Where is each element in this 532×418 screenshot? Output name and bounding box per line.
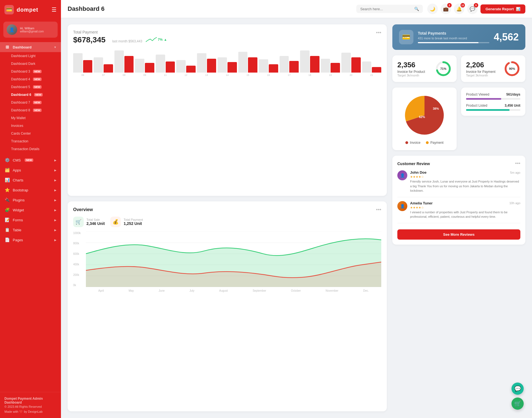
reviewer-name-1: Amelia Tuner: [410, 201, 433, 205]
notifications-badge: 12: [461, 3, 465, 7]
nav-item-bootstrap[interactable]: ⭐ Bootstrap ▶: [0, 185, 61, 195]
badge-dashboard-4: New: [33, 78, 42, 81]
bootstrap-icon: ⭐: [4, 188, 10, 193]
bar-chart-icon: 📊: [516, 7, 520, 11]
plugins-icon: 🔌: [4, 198, 10, 202]
generate-report-button[interactable]: Generate Report 📊: [480, 4, 525, 14]
sub-nav-dashboard-6[interactable]: Dashboard 6 New: [0, 91, 61, 99]
wallet-button[interactable]: 💼 2: [441, 4, 451, 14]
nav-item-cms[interactable]: ⚙️ CMS New ▶: [0, 155, 61, 165]
forms-icon: 📝: [4, 217, 10, 222]
donut-product-text: 71%: [440, 67, 446, 70]
sub-nav-transaction[interactable]: Transaction: [0, 137, 61, 145]
sub-nav-dashboard-8[interactable]: Dashboard 8 New: [0, 106, 61, 114]
review-text-1: I viewed a number of properties with Jus…: [410, 210, 520, 219]
see-more-reviews-button[interactable]: See More Reviews: [397, 229, 520, 240]
support-fab[interactable]: 💬: [511, 383, 524, 395]
dashboard-label: Dashboard: [13, 45, 32, 49]
legend-payment: Payment: [426, 141, 443, 145]
hamburger-button[interactable]: ☰: [52, 6, 57, 13]
product-listed-row: Product Listed 3,456 Unit: [466, 104, 520, 111]
sub-nav-transaction-details[interactable]: Transaction Details: [0, 145, 61, 153]
nav-item-dashboard[interactable]: ⊞ Dashboard ▼: [0, 42, 61, 52]
overview-menu-button[interactable]: •••: [376, 207, 381, 213]
sub-nav-invoices[interactable]: Invoices: [0, 122, 61, 130]
review-content-0: John Doe 5m ago ★★★★☆ Friendly service J…: [410, 170, 520, 193]
invoice-payment-target: Target 3k/month: [466, 74, 500, 77]
total-payment-info: Total Payment 1,252 Unit: [124, 218, 143, 226]
messages-button[interactable]: 💬 5: [467, 4, 478, 14]
trend-sparkline: [146, 37, 157, 42]
search-bar: 🔍: [356, 5, 423, 13]
nav-item-charts[interactable]: 📊 Charts ▶: [0, 175, 61, 185]
user-profile: 👤 Hi, William william@gmail.com: [3, 22, 58, 38]
badge-cms: New: [25, 158, 33, 162]
banner-content: Total Payments 431 more to break last mo…: [418, 31, 489, 43]
product-viewed-value: 561/days: [506, 93, 520, 96]
nav-item-widget[interactable]: 🧩 Widget ▶: [0, 205, 61, 215]
sub-nav-cards-center[interactable]: Cards Center: [0, 130, 61, 137]
dashboard-nav-section: ⊞ Dashboard ▼ Dashboard Light Dashboard …: [0, 41, 61, 154]
review-menu-button[interactable]: •••: [515, 161, 520, 166]
sidebar-logo: 💳 dompet ☰: [0, 0, 61, 19]
nav-item-pages[interactable]: 📄 Pages ▶: [0, 235, 61, 245]
review-top-1: Amelia Tuner 10h ago: [410, 201, 520, 205]
pages-arrow: ▶: [54, 239, 57, 242]
product-listed-header: Product Listed 3,456 Unit: [466, 104, 520, 107]
topbar: Dashboard 6 🔍 🌙 💼 2 🔔 12 💬 5 Generate Re…: [61, 0, 532, 18]
sub-nav-my-wallet[interactable]: My Wallet: [0, 114, 61, 122]
sub-nav-dashboard-4[interactable]: Dashboard 4 New: [0, 75, 61, 83]
sub-nav-dashboard-5[interactable]: Dashboard 5 New: [0, 83, 61, 91]
pie-chart-card: 62% 38% Invoice Payment: [392, 88, 457, 150]
review-text-0: Friendly service Josh, Lunar and everyon…: [410, 179, 520, 193]
invoice-row: 2,356 Invoice for Product Target 3k/mont…: [392, 55, 525, 82]
review-item-0: 👤 John Doe 5m ago ★★★★☆ Friendly service…: [397, 170, 520, 197]
donut-payment-text: 90%: [509, 67, 515, 70]
review-stars-1: ★★★★☆: [410, 206, 520, 209]
theme-toggle-button[interactable]: 🌙: [427, 4, 438, 14]
nav-item-forms[interactable]: 📝 Forms ▶: [0, 215, 61, 225]
sub-nav-dashboard-7[interactable]: Dashboard 7 New: [0, 99, 61, 106]
avatar: 👤: [7, 24, 17, 35]
total-payment-icon: 💰: [110, 217, 121, 227]
nav-item-table[interactable]: 📋 Table ▶: [0, 225, 61, 235]
product-listed-fill: [466, 109, 510, 111]
bootstrap-arrow: ▶: [54, 189, 57, 192]
nav-item-apps[interactable]: 🗂️ Apps ▶: [0, 165, 61, 175]
table-icon: 📋: [4, 227, 10, 232]
product-stats-column: Product Viewed 561/days Product Listed 3…: [461, 88, 525, 150]
product-viewed-fill: [466, 98, 501, 100]
review-avatar-1: 👤: [397, 201, 407, 211]
user-info: Hi, William william@gmail.com: [20, 27, 44, 33]
total-sale-info: Total Sale 2,346 Unit: [86, 218, 105, 226]
review-content-1: Amelia Tuner 10h ago ★★★★☆ I viewed a nu…: [410, 201, 520, 219]
avatar-image: 👤: [7, 24, 17, 35]
total-sale-value: 2,346 Unit: [86, 221, 105, 226]
total-sale-icon: 🛒: [73, 217, 84, 227]
review-card-header: Customer Review •••: [397, 161, 520, 166]
payment-card-menu-button[interactable]: •••: [376, 30, 381, 36]
product-viewed-header: Product Viewed 561/days: [466, 93, 520, 96]
search-input[interactable]: [360, 7, 412, 11]
badge-dashboard-3: New: [33, 70, 42, 73]
right-column: 💳 Total Payments 431 more to break last …: [392, 24, 525, 411]
main-nav-section: ⚙️ CMS New ▶ 🗂️ Apps ▶ 📊 Charts ▶ ⭐ Boot…: [0, 154, 61, 246]
notifications-button[interactable]: 🔔 12: [454, 4, 464, 14]
total-payment-value: 1,252 Unit: [124, 221, 143, 226]
cart-fab[interactable]: 🛒: [511, 398, 524, 410]
sub-nav-dashboard-light[interactable]: Dashboard Light: [0, 52, 61, 60]
banner-number: 4,562: [494, 31, 519, 43]
page-title: Dashboard 6: [68, 5, 352, 12]
charts-arrow: ▶: [54, 179, 57, 182]
sub-nav-dashboard-dark[interactable]: Dashboard Dark: [0, 60, 61, 68]
charts-icon: 📊: [4, 178, 10, 183]
nav-item-plugins[interactable]: 🔌 Plugins ▶: [0, 195, 61, 205]
banner-title: Total Payments: [418, 31, 489, 35]
cms-arrow: ▶: [54, 159, 57, 162]
line-chart-svg: [86, 232, 381, 287]
sub-nav-dashboard-3[interactable]: Dashboard 3 New: [0, 68, 61, 75]
legend-invoice-dot: [405, 141, 408, 144]
topbar-icons: 🌙 💼 2 🔔 12 💬 5 Generate Report 📊: [427, 4, 525, 14]
footer-app-name: Dompet Payment Admin Dashboard: [4, 397, 57, 404]
total-sale-label: Total Sale: [86, 218, 105, 221]
